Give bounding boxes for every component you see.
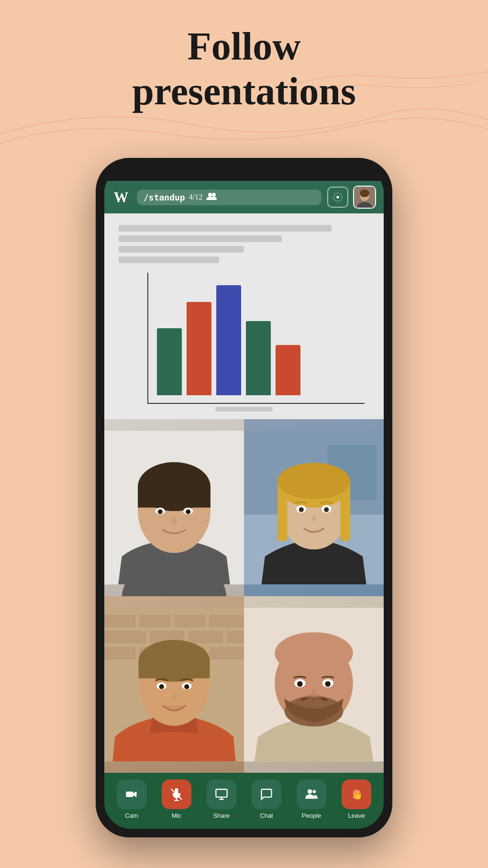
svg-rect-34 [174, 614, 206, 627]
participants-icon [206, 192, 217, 202]
svg-rect-63 [126, 791, 133, 797]
chat-icon-wrap [252, 779, 281, 809]
header-icons [327, 186, 376, 209]
chart-bar-1 [157, 328, 182, 395]
monitor-icon [215, 788, 228, 801]
svg-point-5 [360, 189, 369, 197]
cam-label: Cam [125, 812, 138, 819]
people-label: People [302, 812, 321, 819]
svg-rect-38 [188, 631, 223, 643]
chat-label: Chat [260, 812, 273, 819]
chart-bars [119, 273, 369, 404]
profile-avatar[interactable] [353, 186, 376, 209]
video-cell-person4 [244, 596, 384, 773]
slide-line-3 [119, 246, 244, 253]
slide-line-4 [119, 256, 219, 263]
settings-button[interactable] [327, 187, 348, 208]
chart-container [119, 273, 369, 412]
cam-icon-wrap [117, 779, 146, 809]
svg-rect-33 [139, 614, 171, 627]
participant-count: 4/12 [189, 193, 202, 201]
toolbar-cam[interactable]: Cam [117, 779, 146, 819]
chat-icon [260, 788, 273, 801]
svg-point-17 [186, 509, 190, 514]
svg-point-30 [324, 507, 329, 512]
svg-text:👋: 👋 [352, 790, 363, 801]
share-label: Share [213, 812, 230, 819]
svg-point-51 [184, 684, 189, 689]
slide-line-2 [119, 235, 282, 242]
chart-bar-5 [276, 345, 300, 395]
svg-rect-40 [104, 646, 136, 659]
toolbar-share[interactable]: Share [207, 779, 236, 819]
share-icon-wrap [207, 779, 236, 809]
chart-bar-3 [216, 285, 241, 395]
svg-point-70 [308, 790, 312, 794]
slide-text-lines [119, 225, 369, 263]
toolbar-leave[interactable]: 👋 Leave [342, 779, 371, 819]
svg-point-26 [277, 463, 350, 499]
svg-point-55 [275, 632, 353, 674]
chart-axis-horizontal [147, 403, 365, 404]
svg-rect-47 [139, 661, 210, 679]
svg-point-1 [208, 193, 212, 197]
svg-point-16 [158, 509, 163, 514]
chart-bar-2 [187, 302, 211, 395]
svg-rect-25 [340, 485, 350, 541]
mic-icon-wrap [162, 779, 191, 809]
phone-notch [104, 167, 384, 181]
people-icon-wrap [297, 779, 326, 809]
svg-rect-67 [216, 790, 227, 797]
leave-icon-wrap: 👋 [342, 779, 371, 809]
hand-wave-icon: 👋 [350, 788, 363, 801]
chart-axis-vertical [147, 273, 148, 404]
room-badge[interactable]: /standup 4/12 [137, 189, 322, 205]
svg-point-59 [297, 681, 303, 687]
chart-bar-4 [246, 321, 271, 395]
toolbar-chat[interactable]: Chat [252, 779, 281, 819]
svg-rect-24 [277, 485, 287, 541]
svg-rect-36 [104, 631, 146, 643]
video-cell-person1 [104, 419, 244, 596]
bottom-toolbar: Cam Mic [104, 773, 384, 829]
svg-point-61 [306, 694, 313, 700]
video-cell-person2 [244, 419, 384, 596]
svg-rect-13 [138, 487, 211, 508]
svg-point-71 [312, 790, 316, 793]
video-cell-person3 [104, 596, 244, 773]
chart-scroll-indicator [215, 407, 273, 412]
svg-rect-35 [209, 614, 244, 627]
svg-point-50 [159, 684, 164, 689]
video-grid [104, 419, 384, 773]
leave-label: Leave [348, 812, 365, 819]
mic-label: Mic [172, 812, 181, 819]
svg-point-62 [314, 694, 322, 700]
toolbar-people[interactable]: People [297, 779, 326, 819]
toolbar-mic[interactable]: Mic [162, 779, 191, 819]
svg-point-2 [212, 193, 216, 197]
svg-rect-43 [209, 646, 244, 659]
people-icon [305, 788, 318, 801]
phone-mockup: W /standup 4/12 [96, 158, 392, 837]
svg-text:W: W [114, 189, 129, 206]
camera-icon [125, 788, 138, 801]
svg-rect-39 [227, 631, 244, 643]
svg-point-29 [299, 507, 304, 512]
app-header: W /standup 4/12 [104, 181, 384, 213]
page-title: Follow presentations [0, 24, 488, 114]
mic-off-icon [170, 788, 183, 801]
presentation-area [104, 213, 384, 419]
app-logo: W [112, 188, 131, 207]
slide-line-1 [119, 225, 332, 232]
svg-point-60 [325, 681, 331, 687]
room-name: /standup [144, 192, 185, 202]
svg-rect-32 [104, 614, 136, 627]
